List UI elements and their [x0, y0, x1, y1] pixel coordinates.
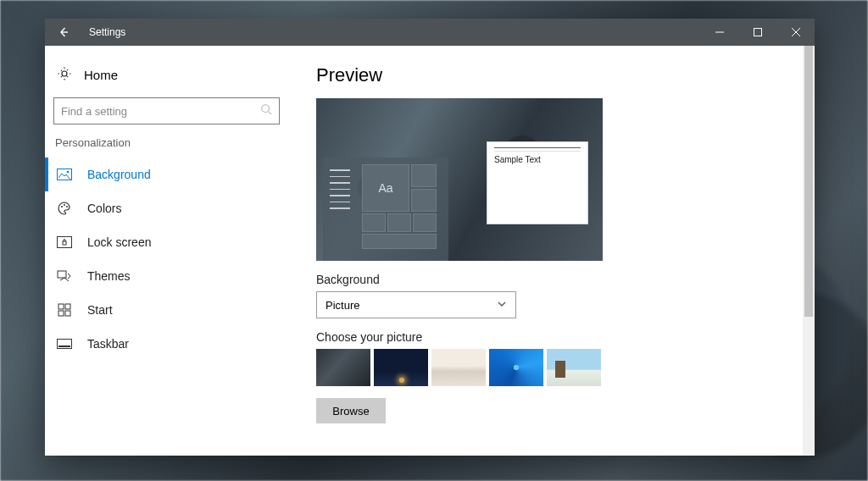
sidebar-item-label: Start [87, 303, 113, 317]
svg-rect-11 [65, 304, 70, 309]
chevron-down-icon [497, 299, 507, 312]
home-link[interactable]: Home [53, 63, 280, 94]
back-button[interactable] [45, 19, 82, 46]
desktop-preview: Aa Sample Text [316, 98, 603, 261]
svg-rect-7 [58, 237, 72, 248]
lock-screen-icon [57, 236, 72, 248]
svg-rect-8 [63, 241, 66, 245]
svg-point-6 [66, 206, 68, 207]
browse-button[interactable]: Browse [316, 398, 386, 423]
window-controls [700, 19, 815, 46]
svg-point-4 [61, 206, 63, 207]
close-button[interactable] [776, 19, 815, 46]
window-title: Settings [89, 26, 125, 38]
sidebar-item-taskbar[interactable]: Taskbar [45, 327, 280, 361]
picture-thumbnails [316, 349, 791, 386]
preview-start-menu: Aa [323, 158, 448, 261]
picture-thumb-4[interactable] [489, 349, 543, 386]
minimize-button[interactable] [700, 19, 738, 46]
preview-sample-text: Sample Text [487, 153, 587, 166]
search-box[interactable] [53, 97, 280, 124]
sidebar-item-themes[interactable]: Themes [45, 259, 280, 293]
gear-icon [57, 66, 72, 84]
picture-thumb-2[interactable] [374, 349, 428, 386]
themes-icon [57, 269, 72, 283]
background-dropdown[interactable]: Picture [316, 291, 516, 318]
svg-point-1 [262, 105, 270, 113]
section-label: Personalization [55, 136, 280, 149]
sidebar-item-background[interactable]: Background [45, 158, 280, 191]
maximize-button[interactable] [738, 19, 776, 46]
svg-rect-9 [58, 271, 66, 278]
minimize-icon [715, 28, 724, 36]
sidebar-item-colors[interactable]: Colors [45, 191, 280, 225]
palette-icon [57, 201, 72, 216]
background-label: Background [316, 273, 791, 286]
preview-tiles: Aa [362, 164, 443, 257]
settings-window: Settings Home [45, 19, 815, 456]
svg-rect-15 [58, 346, 70, 347]
sidebar-item-label: Taskbar [87, 337, 129, 351]
taskbar-icon [57, 339, 72, 349]
titlebar: Settings [45, 19, 815, 46]
preview-tile-aa: Aa [362, 164, 409, 212]
preview-menu-lines [330, 164, 355, 257]
background-value: Picture [326, 299, 359, 312]
picture-thumb-5[interactable] [547, 349, 601, 386]
scrollbar-thumb[interactable] [804, 46, 813, 317]
svg-rect-13 [65, 311, 70, 316]
choose-picture-label: Choose your picture [316, 330, 791, 344]
preview-sample-window: Sample Text [487, 142, 587, 224]
picture-thumb-3[interactable] [431, 349, 486, 386]
sidebar-item-start[interactable]: Start [45, 293, 280, 327]
sidebar-item-label: Themes [87, 269, 131, 283]
start-icon [57, 303, 72, 317]
svg-point-5 [64, 204, 65, 206]
page-title: Preview [316, 64, 791, 86]
scrollbar[interactable] [803, 46, 815, 456]
sidebar-item-label: Colors [87, 202, 121, 215]
home-label: Home [84, 68, 118, 82]
close-icon [792, 28, 800, 36]
sidebar-item-label: Background [87, 168, 151, 181]
svg-rect-0 [754, 29, 761, 36]
picture-thumb-1[interactable] [316, 349, 370, 386]
sidebar-item-label: Lock screen [87, 235, 151, 249]
svg-point-3 [67, 171, 70, 174]
sidebar: Home Personalization Background Colors L… [45, 46, 292, 456]
main-content: Preview Aa [292, 46, 815, 456]
picture-icon [57, 169, 72, 180]
search-input[interactable] [61, 105, 260, 118]
svg-rect-10 [58, 304, 64, 309]
arrow-left-icon [57, 25, 70, 39]
svg-rect-12 [58, 311, 64, 316]
search-icon [260, 103, 272, 119]
sidebar-item-lock-screen[interactable]: Lock screen [45, 225, 280, 259]
maximize-icon [754, 28, 762, 36]
